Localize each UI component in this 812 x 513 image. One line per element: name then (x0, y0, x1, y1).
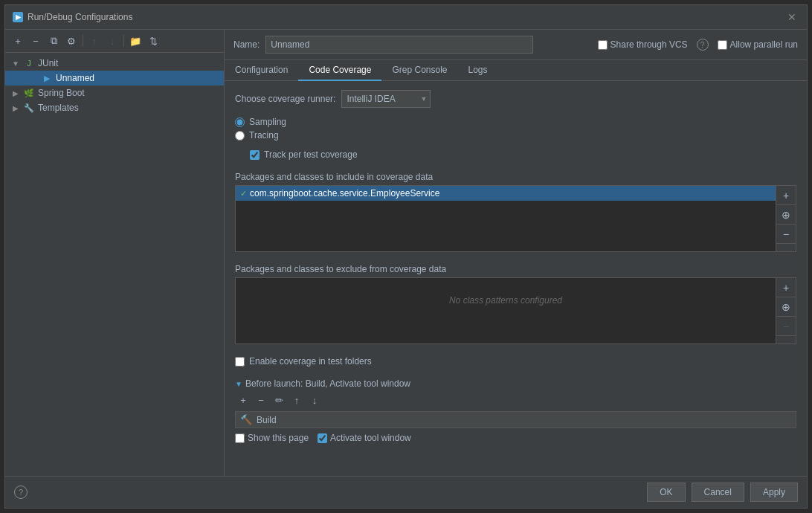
packages-include-buttons: + ⊕ − (776, 185, 796, 252)
enable-test-folders-label: Enable coverage in test folders (249, 356, 372, 367)
templates-label: Templates (38, 103, 79, 113)
bottom-options: Show this page Activate tool window (235, 433, 796, 443)
remove-package-button[interactable]: − (776, 225, 796, 244)
dialog-title: Run/Debug Configurations (28, 12, 132, 22)
packages-exclude-list: No class patterns configured (235, 277, 776, 344)
allow-parallel-label[interactable]: Allow parallel run (718, 39, 798, 50)
sampling-text: Sampling (249, 117, 286, 127)
sort-button[interactable]: ⇅ (145, 33, 161, 49)
junit-toggle[interactable]: ▼ (11, 59, 20, 68)
build-label: Build (257, 415, 277, 425)
packages-include-section: Packages and classes to include in cover… (235, 172, 796, 252)
sidebar: + − ⧉ ⚙ ↑ ↓ 📁 ⇅ ▼ J JUnit (5, 30, 225, 476)
footer-help-icon[interactable]: ? (14, 485, 28, 499)
move-down-button[interactable]: ↓ (104, 33, 120, 49)
share-vcs-label[interactable]: Share through VCS (598, 39, 688, 50)
tab-grep-console[interactable]: Grep Console (381, 60, 457, 81)
enable-test-folders-checkbox[interactable] (235, 357, 245, 367)
dialog-icon: ▶ (13, 12, 23, 22)
dialog-footer: ? OK Cancel Apply (5, 476, 807, 508)
ok-button[interactable]: OK (647, 483, 685, 502)
settings-button[interactable]: ⚙ (63, 33, 80, 49)
activate-tool-checkbox[interactable] (318, 433, 327, 443)
collapse-icon[interactable]: ▼ (235, 380, 242, 388)
name-input[interactable] (265, 36, 533, 54)
tabs-bar: Configuration Code Coverage Grep Console… (225, 60, 807, 81)
add-launch-button[interactable]: + (235, 392, 251, 408)
name-label: Name: (233, 39, 260, 50)
apply-button[interactable]: Apply (750, 483, 798, 502)
movedown-launch-button[interactable]: ↓ (306, 392, 323, 408)
add-exclude-alt-button[interactable]: ⊕ (776, 297, 796, 317)
remove-launch-button[interactable]: − (253, 392, 269, 408)
package-item-text: com.springboot.cache.service.EmployeeSer… (250, 188, 439, 199)
before-launch-label: Before launch: Build, Activate tool wind… (245, 378, 410, 389)
sidebar-toolbar: + − ⧉ ⚙ ↑ ↓ 📁 ⇅ (5, 30, 224, 53)
remove-config-button[interactable]: − (28, 33, 44, 49)
sampling-radio-label[interactable]: Sampling (235, 117, 796, 127)
moveup-launch-button[interactable]: ↑ (289, 392, 305, 408)
coverage-mode-radio-group: Sampling Tracing (235, 117, 796, 141)
springboot-label: Spring Boot (38, 88, 85, 98)
edit-launch-button[interactable]: ✏ (271, 392, 287, 408)
packages-exclude-label: Packages and classes to exclude from cov… (235, 264, 796, 274)
tracing-radio[interactable] (235, 131, 245, 141)
package-check-icon: ✓ (240, 189, 247, 199)
enable-coverage-row: Enable coverage in test folders (235, 356, 796, 367)
tree-item-junit[interactable]: ▼ J JUnit (5, 56, 224, 71)
footer-buttons: OK Cancel Apply (647, 483, 798, 502)
unnamed-label: Unnamed (56, 73, 94, 83)
share-help-icon[interactable]: ? (697, 39, 709, 51)
show-page-label[interactable]: Show this page (235, 433, 309, 443)
templates-icon: 🔧 (23, 102, 35, 114)
tree-item-springboot[interactable]: ▶ 🌿 Spring Boot (5, 86, 224, 100)
before-launch-toolbar: + − ✏ ↑ ↓ (235, 392, 796, 408)
share-vcs-checkbox[interactable] (598, 40, 608, 50)
track-per-test-label: Track per test coverage (264, 149, 358, 160)
toolbar-separator-1 (83, 35, 83, 47)
track-coverage-row: Track per test coverage (250, 149, 796, 160)
junit-icon: J (23, 57, 35, 69)
header-options: Share through VCS ? Allow parallel run (598, 39, 798, 51)
tracing-radio-label[interactable]: Tracing (235, 130, 796, 141)
build-item[interactable]: 🔨 Build (235, 411, 796, 428)
remove-exclude-button[interactable]: − (776, 317, 796, 336)
packages-exclude-list-area: No class patterns configured + ⊕ − (235, 277, 796, 344)
tab-content: Choose coverage runner: IntelliJ IDEA Ja… (225, 81, 807, 476)
move-up-button[interactable]: ↑ (86, 33, 103, 49)
tree-item-templates[interactable]: ▶ 🔧 Templates (5, 100, 224, 115)
no-patterns-text: No class patterns configured (236, 278, 776, 323)
add-package-alt-button[interactable]: ⊕ (776, 205, 796, 225)
springboot-icon: 🌿 (23, 87, 35, 99)
unnamed-icon: ▶ (41, 72, 53, 84)
packages-exclude-buttons: + ⊕ − (776, 277, 796, 344)
tab-logs[interactable]: Logs (458, 60, 498, 81)
name-row: Name: Share through VCS ? Allow parallel… (225, 30, 807, 60)
add-config-button[interactable]: + (10, 33, 26, 49)
tracing-text: Tracing (249, 130, 279, 141)
tab-code-coverage[interactable]: Code Coverage (298, 60, 381, 81)
templates-toggle[interactable]: ▶ (11, 103, 20, 112)
sampling-radio[interactable] (235, 117, 245, 127)
runner-select-wrapper: IntelliJ IDEA JaCoCo ▼ (341, 90, 431, 108)
folder-button[interactable]: 📁 (127, 33, 144, 49)
add-package-button[interactable]: + (776, 186, 796, 205)
springboot-toggle[interactable]: ▶ (11, 88, 20, 97)
runner-select[interactable]: IntelliJ IDEA JaCoCo (341, 90, 431, 108)
activate-tool-label[interactable]: Activate tool window (318, 433, 411, 443)
main-content: + − ⧉ ⚙ ↑ ↓ 📁 ⇅ ▼ J JUnit (5, 30, 807, 476)
tab-configuration[interactable]: Configuration (225, 60, 298, 81)
title-bar-left: ▶ Run/Debug Configurations (13, 12, 132, 22)
track-per-test-checkbox[interactable] (250, 150, 260, 160)
packages-include-list-area: ✓ com.springboot.cache.service.EmployeeS… (235, 185, 796, 252)
allow-parallel-checkbox[interactable] (718, 40, 727, 50)
show-page-checkbox[interactable] (235, 433, 245, 443)
close-button[interactable]: ✕ (784, 10, 799, 25)
title-bar: ▶ Run/Debug Configurations ✕ (5, 5, 807, 30)
cancel-button[interactable]: Cancel (692, 483, 744, 502)
add-exclude-button[interactable]: + (776, 278, 796, 297)
config-tree: ▼ J JUnit ▶ Unnamed ▶ 🌿 Spring Boot (5, 53, 224, 476)
copy-config-button[interactable]: ⧉ (45, 33, 62, 49)
tree-item-unnamed[interactable]: ▶ Unnamed (5, 71, 224, 86)
package-item-employee-service[interactable]: ✓ com.springboot.cache.service.EmployeeS… (236, 186, 776, 201)
